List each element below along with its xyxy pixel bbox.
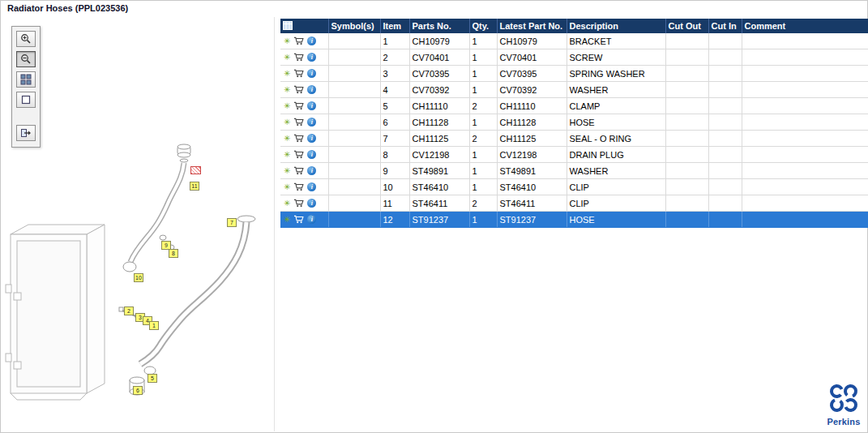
add-part-icon[interactable]: ✳	[284, 199, 290, 208]
table-row[interactable]: ✳i6CH111281CH11128HOSE	[280, 114, 868, 131]
add-part-icon[interactable]: ✳	[284, 135, 290, 143]
qty-cell: 1	[469, 33, 497, 49]
cart-icon[interactable]	[293, 134, 304, 143]
cut-in-cell	[708, 33, 742, 49]
row-actions-cell: ✳i	[280, 33, 328, 49]
add-part-icon[interactable]: ✳	[284, 216, 290, 224]
single-view-icon	[20, 94, 32, 105]
table-row[interactable]: ✳i9ST498911ST49891WASHER	[280, 163, 868, 179]
add-part-icon[interactable]: ✳	[284, 86, 290, 94]
table-row[interactable]: ✳i5CH111102CH11110CLAMP	[280, 98, 868, 114]
add-part-icon[interactable]: ✳	[284, 70, 290, 78]
info-icon[interactable]: i	[307, 85, 316, 94]
description-cell: HOSE	[567, 212, 665, 228]
cut-in-cell	[708, 179, 742, 195]
part-callout[interactable]: 11	[190, 182, 199, 191]
zoom-in-button[interactable]	[16, 31, 36, 47]
comment-cell	[742, 179, 868, 195]
add-part-icon[interactable]: ✳	[284, 118, 290, 126]
symbols-cell	[328, 66, 380, 82]
cart-icon[interactable]	[293, 166, 304, 175]
add-part-icon[interactable]: ✳	[284, 183, 290, 191]
parts-no-cell: CH11125	[409, 131, 469, 147]
row-actions-cell: ✳i	[280, 82, 328, 98]
table-row[interactable]: ✳i8CV121981CV12198DRAIN PLUG	[280, 147, 868, 163]
info-icon[interactable]: i	[307, 69, 316, 78]
parts-no-cell: ST46411	[409, 195, 469, 212]
info-icon[interactable]: i	[307, 150, 316, 159]
header-item[interactable]: Item	[380, 19, 409, 33]
info-icon[interactable]: i	[307, 166, 316, 175]
comment-cell	[742, 114, 868, 131]
cut-in-cell	[708, 49, 742, 66]
header-description[interactable]: Description	[567, 19, 665, 33]
cart-icon[interactable]	[293, 36, 304, 45]
part-callout[interactable]: 2	[124, 307, 134, 315]
table-row[interactable]: ✳i7CH111252CH11125SEAL - O RING	[280, 131, 868, 147]
info-icon[interactable]: i	[307, 118, 316, 126]
table-row[interactable]: ✳i3CV703951CV70395SPRING WASHER	[280, 66, 868, 82]
item-cell: 6	[380, 114, 409, 131]
cart-icon[interactable]	[293, 101, 304, 110]
cart-icon[interactable]	[293, 215, 304, 224]
latest-part-no-cell: ST49891	[497, 163, 567, 179]
header-cut-out[interactable]: Cut Out	[665, 19, 708, 33]
table-row[interactable]: ✳i10ST464101ST46410CLIP	[280, 179, 868, 195]
cart-icon[interactable]	[293, 85, 304, 94]
header-symbols[interactable]: Symbol(s)	[328, 19, 380, 33]
single-view-button[interactable]	[16, 92, 36, 108]
header-parts-no[interactable]: Parts No.	[409, 19, 469, 33]
cut-out-cell	[665, 195, 708, 212]
comment-cell	[742, 33, 868, 49]
header-comment[interactable]: Comment	[742, 19, 868, 33]
info-icon[interactable]: i	[307, 101, 316, 110]
symbols-cell	[328, 212, 380, 228]
info-icon[interactable]: i	[307, 182, 316, 191]
part-callout[interactable]: 6	[133, 386, 143, 395]
latest-part-no-cell: CH11110	[497, 98, 567, 114]
cut-out-cell	[665, 179, 708, 195]
part-callout[interactable]: 7	[227, 218, 237, 227]
header-latest-part-no[interactable]: Latest Part No.	[497, 19, 567, 33]
description-cell: CLAMP	[567, 98, 665, 114]
cart-icon[interactable]	[293, 150, 304, 159]
cart-icon[interactable]	[293, 53, 304, 62]
table-header-row: Symbol(s) Item Parts No. Qty. Latest Par…	[280, 19, 868, 33]
row-actions-cell: ✳i	[280, 147, 328, 163]
row-actions-header[interactable]	[280, 19, 328, 33]
add-part-icon[interactable]: ✳	[284, 167, 290, 175]
info-icon[interactable]: i	[307, 53, 316, 62]
cart-icon[interactable]	[293, 118, 304, 126]
parts-table-panel: Symbol(s) Item Parts No. Qty. Latest Par…	[280, 19, 868, 228]
cart-icon[interactable]	[293, 69, 304, 78]
zoom-out-button[interactable]	[16, 51, 36, 67]
parts-no-cell: ST46410	[409, 179, 469, 195]
latest-part-no-cell: CH11125	[497, 131, 567, 147]
table-row[interactable]: ✳i12ST912371ST91237HOSE	[280, 212, 868, 228]
add-part-icon[interactable]: ✳	[284, 37, 290, 45]
item-cell: 8	[380, 147, 409, 163]
table-row[interactable]: ✳i2CV704011CV70401SCREW	[280, 49, 868, 66]
part-callout[interactable]: 5	[148, 374, 157, 383]
info-icon[interactable]: i	[307, 36, 316, 45]
info-icon[interactable]: i	[307, 134, 316, 143]
cart-icon[interactable]	[293, 182, 304, 191]
table-row[interactable]: ✳i1CH109791CH10979BRACKET	[280, 33, 868, 49]
header-cut-in[interactable]: Cut In	[708, 19, 742, 33]
table-row[interactable]: ✳i4CV703921CV70392WASHER	[280, 82, 868, 98]
part-callout[interactable]: 8	[169, 249, 178, 258]
add-part-icon[interactable]: ✳	[284, 151, 290, 159]
part-callout[interactable]: 1	[149, 321, 159, 330]
table-row[interactable]: ✳i11ST464112ST46411CLIP	[280, 195, 868, 212]
add-part-icon[interactable]: ✳	[284, 54, 290, 62]
part-callout[interactable]: 10	[134, 273, 143, 282]
export-button[interactable]	[16, 125, 36, 141]
info-icon[interactable]: i	[307, 199, 316, 208]
add-part-icon[interactable]: ✳	[284, 102, 290, 110]
info-icon[interactable]: i	[307, 215, 316, 224]
tile-view-button[interactable]	[16, 71, 36, 88]
header-qty[interactable]: Qty.	[469, 19, 497, 33]
tile-view-icon	[20, 74, 32, 85]
cart-icon[interactable]	[293, 199, 304, 208]
qty-cell: 1	[469, 163, 497, 179]
